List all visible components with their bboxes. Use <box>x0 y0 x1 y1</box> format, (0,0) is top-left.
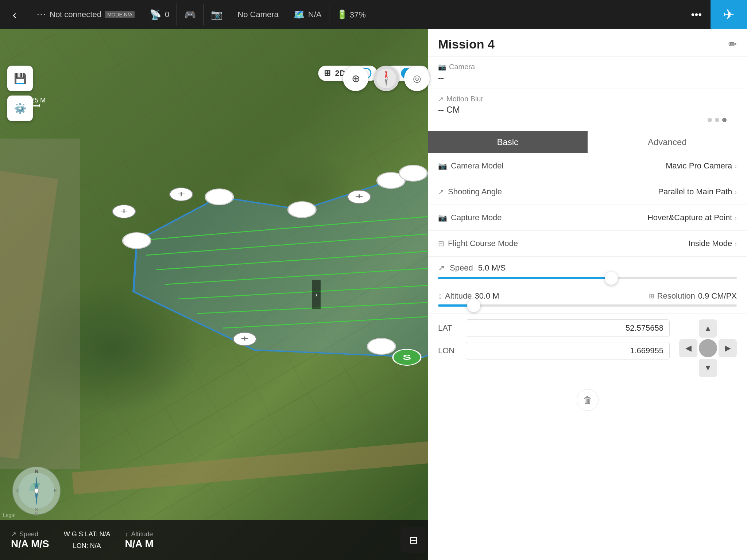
svg-point-8 <box>123 233 151 249</box>
chevron-icon: › <box>734 162 737 170</box>
speed-display: ↗ Speed N/A M/S <box>11 530 49 550</box>
location-button[interactable]: ◎ <box>404 66 430 91</box>
capture-icon: 📷 <box>438 213 447 222</box>
nav-status: 🗺️ N/A <box>286 4 329 26</box>
speed-slider-fill <box>438 277 611 279</box>
svg-text:+: + <box>355 192 363 201</box>
altitude-icon: ↕ <box>125 530 128 538</box>
svg-text:+: + <box>120 206 128 215</box>
panel-title: Mission 4 <box>438 37 495 51</box>
tab-advanced[interactable]: Advanced <box>588 131 747 153</box>
crosshair-icon: ⊕ <box>352 73 360 85</box>
altitude-arrow-icon: ↕ <box>438 291 442 301</box>
svg-point-9 <box>205 189 233 205</box>
side-panel: Mission 4 ✏ 📷 Camera -- ↗ Motion Blur --… <box>428 29 747 560</box>
arrow-up-button[interactable]: ▲ <box>699 319 717 338</box>
arrow-down-button[interactable]: ▼ <box>699 359 717 377</box>
svg-point-41 <box>34 489 39 493</box>
signal-icon: 📡 <box>150 9 161 20</box>
shooting-angle-row[interactable]: ↗ Shooting Angle Parallel to Main Path › <box>428 179 747 205</box>
arrow-left-button[interactable]: ◀ <box>679 339 697 357</box>
battery-icon: 🔋 <box>337 9 348 19</box>
motion-blur-value: -- CM <box>438 105 737 115</box>
gps-coords-display: W G S LAT: N/A LON: N/A <box>64 528 111 552</box>
delete-waypoint-button[interactable]: 🗑 <box>577 389 599 411</box>
connection-status: ⋯ Not connected MODE N/A <box>29 4 142 26</box>
svg-text:E: E <box>54 488 57 493</box>
nav-icon: 🗺️ <box>294 9 305 20</box>
arrow-center-button[interactable] <box>699 339 717 357</box>
scale-line <box>7 105 40 106</box>
coordinate-section: LAT LON ▲ ◀ ▶ ▼ <box>428 314 747 383</box>
signal-status: 📡 0 <box>142 4 177 26</box>
more-options-button[interactable]: ••• <box>682 9 711 20</box>
camera-small-icon: 📷 <box>438 63 446 71</box>
svg-point-12 <box>399 165 427 181</box>
collapse-panel-button[interactable]: › <box>312 280 321 309</box>
camera-icon: 📷 <box>211 9 222 20</box>
lon-row: LON <box>438 342 670 359</box>
location-icon: ◎ <box>413 73 421 84</box>
motion-blur-label: ↗ Motion Blur <box>438 95 737 103</box>
arrow-right-button[interactable]: ▶ <box>719 339 737 357</box>
layer-select-button[interactable]: ⊟ <box>400 527 426 553</box>
svg-text:N: N <box>35 512 38 516</box>
flight-icon: ⊟ <box>438 239 444 248</box>
speed-slider-track[interactable] <box>438 277 737 279</box>
svg-text:N: N <box>385 70 388 74</box>
controller-icon: 🎮 <box>184 9 196 20</box>
angle-icon: ↗ <box>438 187 444 196</box>
speed-icon: ↗ <box>11 530 16 538</box>
svg-point-14 <box>367 338 395 354</box>
camera-control: 🎮 <box>177 4 204 26</box>
altitude-slider-thumb[interactable] <box>467 299 480 312</box>
svg-text:+: + <box>241 334 249 343</box>
layers-icon: ⊞ <box>324 69 330 78</box>
layers-panel-icon: ⊟ <box>409 534 418 546</box>
lon-input[interactable] <box>466 342 670 359</box>
trash-icon: 🗑 <box>583 394 592 406</box>
camera-model-icon: 📷 <box>438 162 447 170</box>
back-button[interactable]: ‹ <box>0 0 29 29</box>
camera-section: 📷 Camera -- <box>428 57 747 89</box>
flight-course-row[interactable]: ⊟ Flight Course Mode Inside Mode › <box>428 231 747 257</box>
svg-text:W: W <box>15 488 20 493</box>
dot-2 <box>715 118 719 122</box>
compass-inner: N <box>374 66 399 91</box>
camera-model-row[interactable]: 📷 Camera Model Mavic Pro Camera › <box>428 153 747 179</box>
svg-text:N: N <box>35 468 38 474</box>
dot-3 <box>722 118 727 122</box>
tab-basic[interactable]: Basic <box>428 131 588 153</box>
altitude-slider-track[interactable] <box>438 304 737 307</box>
lat-input[interactable] <box>466 319 670 337</box>
camera-toggle[interactable]: 📷 <box>204 4 230 26</box>
mode-badge: MODE N/A <box>105 11 135 18</box>
drone-icon: ⋯ <box>36 9 46 20</box>
speed-slider-thumb[interactable] <box>605 272 618 285</box>
battery-status: 🔋 37% <box>329 9 373 20</box>
camera-value: -- <box>438 73 737 83</box>
save-button[interactable]: 💾 <box>7 66 33 91</box>
top-bar: ‹ ⋯ Not connected MODE N/A 📡 0 🎮 📷 No Ca… <box>0 0 747 29</box>
capture-mode-row[interactable]: 📷 Capture Mode Hover&Capture at Point › <box>428 205 747 231</box>
camera-status: No Camera <box>230 4 286 26</box>
center-map-button[interactable]: ⊕ <box>343 66 368 91</box>
panel-bottom-actions: 🗑 <box>428 383 747 417</box>
right-map-buttons: ⊕ N ◎ <box>343 66 430 91</box>
panel-header: Mission 4 ✏ <box>428 29 747 57</box>
fly-button[interactable]: ✈ <box>711 0 747 29</box>
chevron-icon-3: › <box>734 214 737 222</box>
blur-icon: ↗ <box>438 95 444 103</box>
save-icon: 💾 <box>14 73 27 85</box>
speed-arrow-icon: ↗ <box>438 263 445 273</box>
legal-text: Legal <box>3 512 15 518</box>
edit-button[interactable]: ✏ <box>728 38 737 50</box>
dot-1 <box>708 118 712 122</box>
motion-blur-section: ↗ Motion Blur -- CM <box>428 89 747 131</box>
camera-label: 📷 Camera <box>438 63 737 71</box>
compass-rose: N S W E N <box>11 465 62 516</box>
compass-button[interactable]: N <box>374 66 399 91</box>
svg-text:+: + <box>177 189 185 198</box>
bottom-bar: ↗ Speed N/A M/S W G S LAT: N/A LON: N/A … <box>0 520 428 560</box>
resolution-icon: ⊞ <box>649 292 654 300</box>
